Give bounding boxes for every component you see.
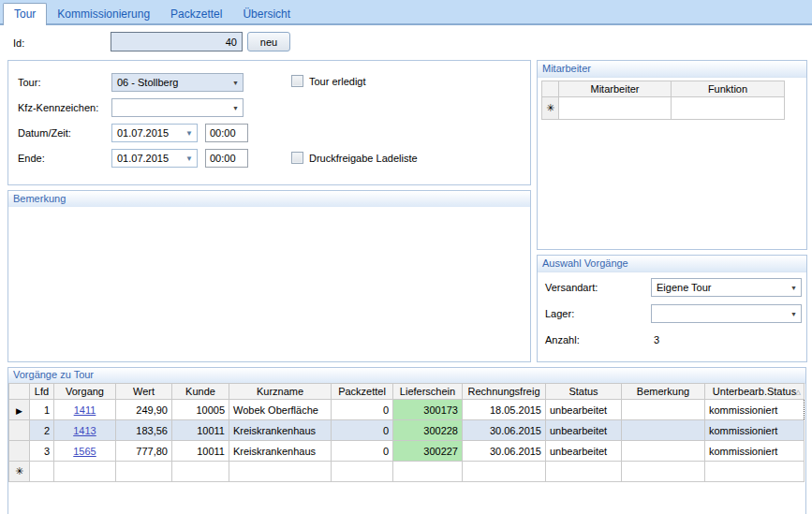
tab-packzettel[interactable]: Packzettel <box>160 4 232 23</box>
dropdown-arrow-icon[interactable]: ▼ <box>232 80 239 86</box>
tab-uebersicht[interactable]: Übersicht <box>232 4 301 23</box>
column-header-mitarbeiter[interactable]: Mitarbeiter <box>559 81 672 97</box>
cell-packzettel[interactable]: 0 <box>332 441 393 462</box>
cell-wert[interactable]: 183,56 <box>116 420 172 441</box>
cell-rechnungsfreig[interactable] <box>463 462 546 482</box>
cell-kurzname[interactable]: Kreiskrankenhaus <box>229 420 332 441</box>
cell-unterbearb[interactable] <box>705 462 805 482</box>
neu-button[interactable]: neu <box>247 32 290 51</box>
vorgang-link[interactable]: 1411 <box>74 404 96 416</box>
checkbox-icon[interactable] <box>291 75 303 87</box>
cell-kunde[interactable]: 10011 <box>172 420 229 441</box>
cell-rechnungsfreig[interactable]: 30.06.2015 <box>463 441 546 462</box>
cell-lieferschein[interactable]: 300227 <box>393 441 463 462</box>
bemerkung-textarea[interactable] <box>8 207 530 361</box>
calendar-dropdown-arrow-icon[interactable]: ▼ <box>185 155 193 162</box>
table-row[interactable]: 21413183,5610011Kreiskrankenhaus03002283… <box>9 420 805 441</box>
cell-lfd[interactable] <box>30 462 54 482</box>
cell-lieferschein[interactable]: 300173 <box>393 400 463 420</box>
cell-kunde[interactable]: 10005 <box>172 400 229 420</box>
cell-unterbearb[interactable]: kommissioniert <box>705 441 805 462</box>
column-header-kurzname[interactable]: Kurzname <box>229 384 332 400</box>
column-header-lieferschein[interactable]: Lieferschein <box>393 384 463 400</box>
table-row[interactable]: 31565777,8010011Kreiskrankenhaus03002273… <box>9 441 805 462</box>
cell-wert[interactable] <box>116 462 172 482</box>
cell-unterbearb[interactable]: kommissioniert <box>705 400 805 420</box>
cell-vorgang[interactable] <box>54 462 116 482</box>
ende-date-value: 01.07.2015 <box>117 153 169 164</box>
new-row[interactable]: ✳ <box>9 462 805 482</box>
cell-status[interactable] <box>546 462 622 482</box>
column-header-vorgang[interactable]: Vorgang <box>54 384 116 400</box>
cell-vorgang[interactable]: 1411 <box>54 400 116 420</box>
cell-vorgang[interactable]: 1565 <box>54 441 116 462</box>
tab-kommissionierung[interactable]: Kommissionierung <box>47 4 160 23</box>
column-header-packzettel[interactable]: Packzettel <box>332 384 393 400</box>
cell-packzettel[interactable] <box>332 462 393 482</box>
table-row[interactable]: ▶11411249,9010005Wobek Oberfläche0300173… <box>9 400 805 420</box>
cell-packzettel[interactable]: 0 <box>332 400 393 420</box>
cell-kurzname[interactable] <box>229 462 332 482</box>
tour-erledigt-checkbox[interactable]: Tour erledigt <box>291 75 366 87</box>
tab-tour[interactable]: Tour <box>3 3 47 25</box>
row-selector[interactable] <box>9 420 30 441</box>
lager-dropdown[interactable]: ▼ <box>651 304 802 323</box>
cell-lieferschein[interactable]: 300228 <box>393 420 463 441</box>
checkbox-icon[interactable] <box>291 152 303 164</box>
column-header-bemerkung[interactable]: Bemerkung <box>622 384 705 400</box>
cell-bemerkung[interactable] <box>622 441 705 462</box>
cell-rechnungsfreig[interactable]: 30.06.2015 <box>463 420 546 441</box>
dropdown-arrow-icon[interactable]: ▼ <box>790 311 797 317</box>
cell-lfd[interactable]: 2 <box>30 420 54 441</box>
kfz-dropdown[interactable]: ▼ <box>111 98 244 117</box>
current-row-icon: ▶ <box>16 406 22 416</box>
anzahl-value: 3 <box>654 334 659 345</box>
cell-bemerkung[interactable] <box>622 462 705 482</box>
cell-lfd[interactable]: 3 <box>30 441 54 462</box>
cell-kurzname[interactable]: Wobek Oberfläche <box>229 400 332 420</box>
column-header-rechnungsfreig[interactable]: Rechnungsfreig <box>463 384 546 400</box>
datum-date-picker[interactable]: 01.07.2015 ▼ <box>111 124 198 142</box>
ende-time-field[interactable] <box>205 149 248 168</box>
vorgang-link[interactable]: 1565 <box>73 446 96 457</box>
cell-vorgang[interactable]: 1413 <box>54 420 116 441</box>
dropdown-arrow-icon[interactable]: ▼ <box>232 105 239 111</box>
cell-mitarbeiter[interactable] <box>559 97 672 120</box>
cell-status[interactable]: unbearbeitet <box>546 420 622 441</box>
new-row-selector[interactable]: ✳ <box>542 97 559 120</box>
dropdown-arrow-icon[interactable]: ▼ <box>790 285 797 291</box>
cell-bemerkung[interactable] <box>622 420 705 441</box>
datum-time-field[interactable] <box>205 124 248 142</box>
vorgang-link[interactable]: 1413 <box>73 425 96 436</box>
cell-lieferschein[interactable] <box>393 462 463 482</box>
column-header-funktion[interactable]: Funktion <box>672 81 785 97</box>
versandart-dropdown[interactable]: Eigene Tour ▼ <box>651 278 802 297</box>
druckfreigabe-checkbox[interactable]: Druckfreigabe Ladeliste <box>291 152 418 164</box>
cell-kunde[interactable]: 10011 <box>172 441 229 462</box>
cell-funktion[interactable] <box>672 97 785 120</box>
cell-wert[interactable]: 249,90 <box>116 400 172 420</box>
column-header-kunde[interactable]: Kunde <box>172 384 229 400</box>
column-header-lfd[interactable]: Lfd <box>30 384 54 400</box>
cell-kunde[interactable] <box>172 462 229 482</box>
cell-wert[interactable]: 777,80 <box>116 441 172 462</box>
cell-bemerkung[interactable] <box>622 400 705 420</box>
cell-unterbearb[interactable]: kommissioniert <box>705 420 805 441</box>
tour-dropdown[interactable]: 06 - Stollberg ▼ <box>111 73 244 92</box>
cell-rechnungsfreig[interactable]: 18.05.2015 <box>463 400 546 420</box>
cell-lfd[interactable]: 1 <box>30 400 54 420</box>
ende-date-picker[interactable]: 01.07.2015 ▼ <box>111 149 198 168</box>
calendar-dropdown-arrow-icon[interactable]: ▼ <box>185 130 193 137</box>
new-row-selector[interactable]: ✳ <box>9 462 30 482</box>
column-header-status[interactable]: Status <box>546 384 622 400</box>
cell-status[interactable]: unbearbeitet <box>546 400 622 420</box>
id-field[interactable] <box>111 32 243 51</box>
row-selector[interactable] <box>9 441 30 462</box>
column-header-wert[interactable]: Wert <box>116 384 172 400</box>
cell-packzettel[interactable]: 0 <box>332 420 393 441</box>
row-selector[interactable]: ▶ <box>9 400 30 420</box>
sort-ascending-icon: △ <box>796 389 801 395</box>
cell-kurzname[interactable]: Kreiskrankenhaus <box>229 441 332 462</box>
cell-status[interactable]: unbearbeitet <box>546 441 622 462</box>
column-header-unterbearb-status[interactable]: Unterbearb.Status△ <box>705 384 805 400</box>
